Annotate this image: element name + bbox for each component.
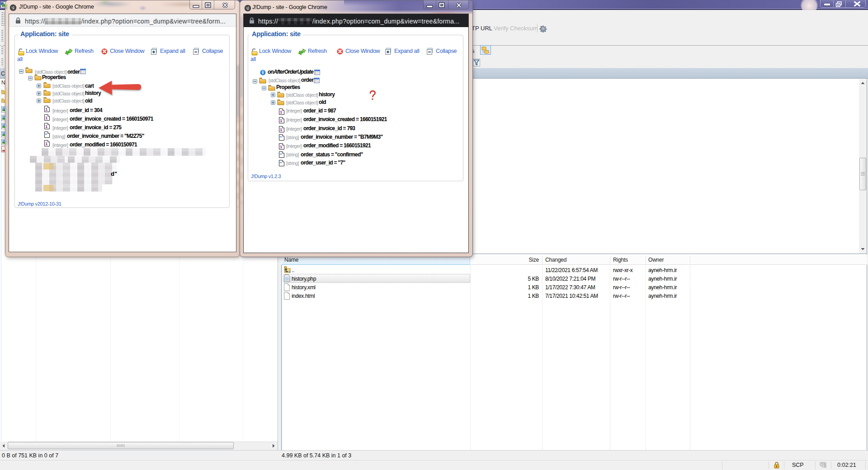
svg-text:1: 1 — [45, 107, 48, 112]
svg-text:“: “ — [280, 135, 282, 140]
svg-text:1: 1 — [45, 124, 48, 129]
svg-text:“: “ — [45, 132, 47, 137]
svg-text:1: 1 — [280, 109, 283, 114]
svg-text:“: “ — [280, 152, 282, 157]
svg-text:1: 1 — [280, 144, 283, 149]
svg-text:“: “ — [280, 161, 282, 166]
svg-text:1: 1 — [280, 127, 283, 132]
svg-text:1: 1 — [45, 115, 48, 120]
svg-text:1: 1 — [280, 118, 283, 123]
svg-text:1: 1 — [45, 141, 48, 146]
